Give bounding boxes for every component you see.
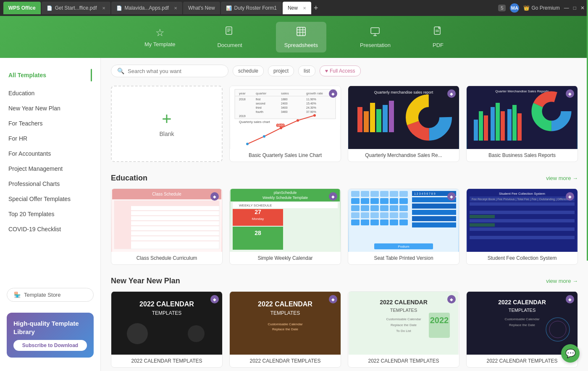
svg-text:24.30%: 24.30% (306, 106, 316, 109)
svg-text:Quarter Merchandise Sales Repo: Quarter Merchandise Sales Reports (495, 89, 549, 93)
template-card-merch[interactable]: Quarterly merchandise sales report ◆ (348, 86, 459, 162)
svg-text:2022 CALENDAR: 2022 CALENDAR (498, 299, 546, 306)
education-title: Education (111, 174, 147, 183)
sidebar-item-all-templates[interactable]: All Templates (0, 65, 100, 86)
svg-text:Quarterly sales chart: Quarterly sales chart (239, 120, 270, 124)
maximize-button[interactable]: □ (573, 5, 576, 11)
tab-new[interactable]: New ✕ (283, 2, 311, 14)
tab-wps[interactable]: WPS Office (3, 2, 41, 14)
svg-text:Student Fee Collection System: Student Fee Collection System (499, 192, 545, 196)
search-input[interactable] (128, 68, 212, 74)
go-premium-button[interactable]: 👑 Go Premium (523, 5, 559, 11)
tag-schedule[interactable]: schedule (233, 65, 264, 76)
svg-rect-95 (361, 191, 369, 197)
template-card-seat[interactable]: 1 2 3 4 5 6 7 8 9 Podium ◆ Seat Table Pr… (348, 188, 459, 265)
sidebar-item-for-teachers[interactable]: For Teachers (0, 116, 100, 131)
sidebar-item-special-offer[interactable]: Special Offer Templates (0, 191, 100, 206)
card-thumb-cal4: 2022 CALENDAR TEMPLATES Customisable Cal… (467, 292, 578, 355)
template-card-biz[interactable]: Quarter Merchandise Sales Reports (466, 86, 578, 162)
svg-rect-128 (412, 210, 456, 215)
presentation-icon (370, 26, 381, 39)
template-card-student[interactable]: Student Fee Collection System Fee Receip… (466, 188, 578, 265)
svg-rect-99 (399, 191, 408, 197)
wps-label: WPS Office (8, 5, 36, 11)
new-year-view-more[interactable]: view more → (546, 278, 578, 284)
tab-whatsnew[interactable]: What's New (183, 2, 220, 14)
svg-rect-115 (380, 212, 388, 218)
tab-pdf1[interactable]: 📄 Get Start...ffice.pdf ✕ (42, 2, 110, 14)
sidebar-item-covid[interactable]: COVID-19 Checklist (0, 222, 100, 237)
svg-rect-50 (389, 101, 394, 132)
nav-spreadsheets[interactable]: Spreadsheets (276, 22, 326, 52)
svg-point-152 (127, 323, 148, 344)
full-access-button[interactable]: ♥ Full Access (320, 65, 361, 76)
blank-template-card[interactable]: + Blank (111, 86, 223, 162)
svg-rect-148 (470, 223, 495, 227)
card-thumb-biz: Quarter Merchandise Sales Reports (467, 86, 578, 149)
close-button[interactable]: ✕ (580, 5, 585, 11)
sidebar: All Templates Education New Year New Pla… (0, 58, 101, 371)
svg-text:28: 28 (255, 230, 261, 236)
svg-rect-100 (351, 198, 360, 204)
sidebar-item-education[interactable]: Education (0, 86, 100, 101)
svg-rect-59 (491, 107, 495, 141)
template-card-cal3[interactable]: 2022 CALENDAR TEMPLATES Customisable Cal… (348, 291, 459, 368)
premium-badge-class: ◆ (210, 192, 219, 201)
svg-text:year: year (239, 91, 246, 95)
nav-pdf[interactable]: PDF (424, 22, 452, 52)
premium-badge-seat: ◆ (447, 192, 456, 201)
premium-badge-cal3: ◆ (447, 295, 456, 303)
subscribe-button[interactable]: Subscribe to Download (13, 340, 87, 351)
template-card-weekly[interactable]: planSchedule Weekly Schedule Template WE… (229, 188, 341, 265)
avatar: MA (510, 3, 519, 13)
template-card-cal1[interactable]: 2022 CALENDAR TEMPLATES ◆ 2022 CALENDAR … (111, 291, 223, 368)
svg-rect-116 (390, 212, 398, 218)
template-store-button[interactable]: 🏪 Template Store (7, 288, 94, 302)
svg-text:2400: 2400 (281, 102, 288, 105)
premium-badge-2: ◆ (447, 89, 456, 98)
sidebar-item-new-year[interactable]: New Year New Plan (0, 101, 100, 116)
nav-my-template[interactable]: ☆ My Template (136, 23, 184, 52)
tag-list[interactable]: list (298, 65, 315, 76)
svg-rect-97 (380, 191, 388, 197)
chat-button[interactable]: 💬 (561, 344, 580, 363)
svg-text:11.90%: 11.90% (306, 98, 316, 101)
minimize-button[interactable]: — (564, 5, 569, 11)
education-view-more[interactable]: view more → (546, 175, 578, 181)
svg-rect-139 (470, 211, 575, 214)
tab-bar: WPS Office 📄 Get Start...ffice.pdf ✕ 📄 M… (0, 0, 588, 16)
tab-duty[interactable]: 📊 Duty Roster Form1 (221, 2, 282, 14)
svg-rect-107 (361, 205, 369, 211)
tab-pdf1-close[interactable]: ✕ (102, 6, 105, 10)
nav-document-label: Document (217, 42, 242, 48)
nav-presentation[interactable]: Presentation (352, 22, 399, 52)
sidebar-item-for-hr[interactable]: For HR (0, 131, 100, 146)
svg-rect-113 (361, 212, 369, 218)
sidebar-item-top20[interactable]: Top 20 Templates (0, 206, 100, 222)
template-card-sales-line[interactable]: year quarter sales growth rate 2018 firs… (229, 86, 341, 162)
svg-rect-47 (370, 103, 375, 132)
template-card-cal2[interactable]: 2022 CALENDAR TEMPLATES Customisable Cal… (229, 291, 341, 368)
nav-document[interactable]: Document (209, 22, 250, 52)
tag-project[interactable]: project (268, 65, 294, 76)
svg-rect-48 (376, 109, 381, 132)
tab-pdf2[interactable]: 📄 Malavida...Apps.pdf ✕ (111, 2, 182, 14)
sidebar-item-for-accountants[interactable]: For Accountants (0, 146, 100, 161)
svg-rect-146 (470, 240, 575, 243)
sidebar-item-project-management[interactable]: Project Management (0, 161, 100, 176)
svg-rect-9 (371, 28, 379, 34)
education-grid: Class Schedule ◆ (111, 188, 578, 265)
tab-new-close[interactable]: ✕ (303, 6, 306, 10)
template-card-class[interactable]: Class Schedule ◆ (111, 188, 223, 265)
chat-icon: 💬 (565, 348, 576, 358)
svg-text:Fee Receipt Book | Fee Previou: Fee Receipt Book | Fee Previous | Total … (472, 198, 571, 201)
tab-pdf2-close[interactable]: ✕ (174, 6, 177, 10)
tab-add-button[interactable]: + (314, 4, 318, 13)
svg-text:Replace the Date: Replace the Date (272, 327, 298, 331)
svg-rect-109 (380, 205, 388, 211)
svg-rect-123 (399, 219, 408, 225)
sidebar-item-professional-charts[interactable]: Professional Charts (0, 176, 100, 191)
svg-rect-106 (351, 205, 360, 211)
tab-new-label: New (288, 5, 298, 11)
svg-rect-102 (370, 198, 379, 204)
